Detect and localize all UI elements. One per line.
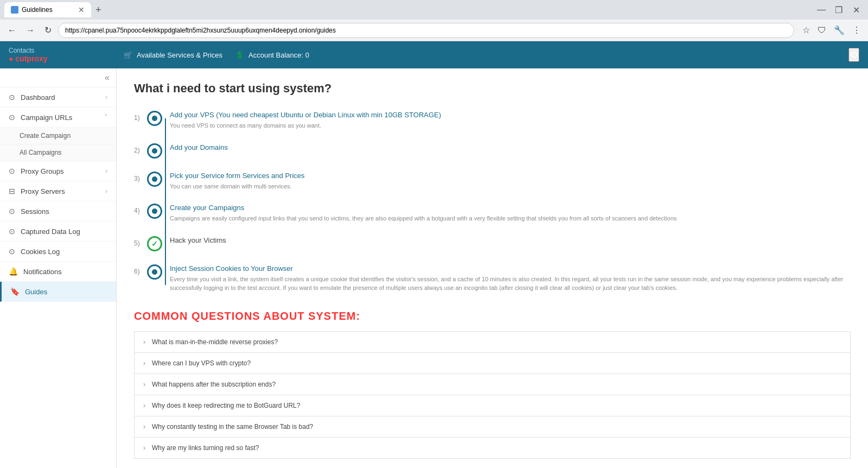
step-5-number: 5) <box>134 239 147 247</box>
faq-text-5: Why are my links turning red so fast? <box>152 444 259 452</box>
faq-list: › What is man-in-the-middle reverse prox… <box>134 331 851 459</box>
bookmark-button[interactable]: ☆ <box>800 23 813 37</box>
step-4-number: 4) <box>134 207 147 214</box>
sidebar: « ⊙ Dashboard › ⊙ Campaign URLs ˅ Create… <box>0 68 117 468</box>
main-area: « ⊙ Dashboard › ⊙ Campaign URLs ˅ Create… <box>0 68 868 468</box>
page-title: What i need to start using system? <box>134 81 851 96</box>
step-1-desc: You need VPS to connect as many domains … <box>170 121 851 130</box>
sessions-icon: ⊙ <box>9 207 15 216</box>
faq-chevron-4: › <box>143 423 145 431</box>
step-6: 6) Inject Session Cookies to Your Browse… <box>134 264 851 293</box>
step-3-link[interactable]: Pick your Service form Services and Pric… <box>170 172 305 180</box>
sidebar-item-guides-label: Guides <box>25 288 47 296</box>
step-4-icon <box>147 204 162 219</box>
step-2-icon <box>147 143 162 159</box>
toolbar-icons: ☆ 🛡 🔧 ⋮ <box>800 23 864 37</box>
step-1-number: 1) <box>134 114 147 122</box>
account-balance-link[interactable]: 💲 Account Balance: 0 <box>235 51 309 59</box>
app-header: Contacts ● cutproxy 🛒 Available Services… <box>0 41 868 68</box>
step-2-number: 2) <box>134 147 147 154</box>
address-bar[interactable] <box>58 23 794 38</box>
step-4: 4) Create your Campaigns Campaigns are e… <box>134 204 851 223</box>
faq-item-5[interactable]: › Why are my links turning red so fast? <box>134 437 851 459</box>
faq-item-0[interactable]: › What is man-in-the-middle reverse prox… <box>134 331 851 353</box>
step-1-icon <box>147 111 162 126</box>
sidebar-item-captured-data-log[interactable]: ⊙ Captured Data Log <box>0 222 116 242</box>
step-4-link[interactable]: Create your Campaigns <box>170 204 244 212</box>
faq-text-3: Why does it keep redirecting me to BotGu… <box>152 402 300 409</box>
browser-tab[interactable]: Guidelines ✕ <box>4 2 91 17</box>
sidebar-item-captured-data-log-label: Captured Data Log <box>21 227 80 236</box>
brand-name: ● cutproxy <box>9 54 106 63</box>
browser-toolbar: ← → ↻ ☆ 🛡 🔧 ⋮ <box>0 20 868 41</box>
faq-item-3[interactable]: › Why does it keep redirecting me to Bot… <box>134 395 851 416</box>
extensions-button[interactable]: 🔧 <box>831 23 847 37</box>
minimize-button[interactable]: — <box>814 2 829 17</box>
back-button[interactable]: ← <box>4 23 20 37</box>
close-button[interactable]: ✕ <box>848 2 864 17</box>
step-3-content: Pick your Service form Services and Pric… <box>170 172 851 191</box>
faq-item-4[interactable]: › Why constantly testing in the same Bro… <box>134 416 851 438</box>
sidebar-item-cookies-log[interactable]: ⊙ Cookies Log <box>0 242 116 262</box>
available-services-label: Available Services & Prices <box>137 51 222 59</box>
step-1-link[interactable]: Add your VPS (You need cheapest Ubuntu o… <box>170 111 441 119</box>
step-6-icon <box>147 264 162 280</box>
sidebar-item-campaign-urls-label: Campaign URLs <box>21 113 72 122</box>
step-6-content: Inject Session Cookies to Your Browser E… <box>170 264 851 293</box>
sidebar-item-proxy-servers-label: Proxy Servers <box>21 187 65 195</box>
step-5-link[interactable]: Hack your Victims <box>170 236 226 244</box>
menu-button[interactable]: ⋮ <box>850 23 864 37</box>
faq-text-0: What is man-in-the-middle reverse proxie… <box>152 338 278 346</box>
faq-item-1[interactable]: › Where can I buy VPS with crypto? <box>134 352 851 374</box>
step-3: 3) Pick your Service form Services and P… <box>134 172 851 191</box>
faq-text-1: Where can I buy VPS with crypto? <box>152 359 251 367</box>
faq-chevron-5: › <box>143 444 145 452</box>
step-5-icon <box>147 236 162 251</box>
sidebar-item-proxy-groups[interactable]: ⊙ Proxy Groups › <box>0 161 116 181</box>
tab-favicon <box>11 6 18 14</box>
sidebar-item-notifications[interactable]: 🔔 Notifications <box>0 262 116 282</box>
dollar-icon: 💲 <box>235 51 244 59</box>
sidebar-item-all-campaigns[interactable]: All Campaigns <box>0 144 116 161</box>
sidebar-item-sessions-label: Sessions <box>21 207 49 216</box>
faq-chevron-2: › <box>143 381 145 388</box>
notifications-icon: 🔔 <box>9 267 18 276</box>
maximize-button[interactable]: ❐ <box>831 2 846 17</box>
sidebar-item-campaign-urls[interactable]: ⊙ Campaign URLs ˅ <box>0 107 116 128</box>
cart-icon: 🛒 <box>124 51 132 59</box>
dashboard-icon: ⊙ <box>9 93 15 102</box>
faq-text-4: Why constantly testing in the same Brows… <box>152 423 313 431</box>
faq-chevron-0: › <box>143 338 145 346</box>
shield-icon[interactable]: 🛡 <box>815 23 829 37</box>
step-2-link[interactable]: Add your Domains <box>170 143 228 151</box>
step-6-number: 6) <box>134 268 147 275</box>
step-3-number: 3) <box>134 175 147 182</box>
account-balance-label: Account Balance: 0 <box>248 51 309 59</box>
step-2-content: Add your Domains <box>170 143 851 151</box>
sidebar-item-notifications-label: Notifications <box>23 268 62 276</box>
faq-item-2[interactable]: › What happens after the subscription en… <box>134 374 851 395</box>
forward-button[interactable]: → <box>23 23 38 37</box>
step-6-link[interactable]: Inject Session Cookies to Your Browser <box>170 264 293 273</box>
step-1: 1) Add your VPS (You need cheapest Ubunt… <box>134 111 851 130</box>
sidebar-item-sessions[interactable]: ⊙ Sessions <box>0 201 116 222</box>
step-6-desc: Every time you visit a link, the system … <box>170 275 851 293</box>
sidebar-item-dashboard[interactable]: ⊙ Dashboard › <box>0 87 116 107</box>
new-tab-button[interactable]: + <box>95 4 101 16</box>
proxy-groups-arrow: › <box>105 167 107 175</box>
sidebar-item-guides[interactable]: 🔖 Guides <box>0 282 116 302</box>
steps-wrapper: 1) Add your VPS (You need cheapest Ubunt… <box>134 111 851 293</box>
proxy-servers-arrow: › <box>105 187 107 195</box>
settings-button[interactable]: ⚙ <box>848 48 859 62</box>
all-campaigns-label: All Campaigns <box>20 149 61 156</box>
available-services-link[interactable]: 🛒 Available Services & Prices <box>124 51 222 59</box>
proxy-groups-icon: ⊙ <box>9 167 15 175</box>
sidebar-item-proxy-servers[interactable]: ⊟ Proxy Servers › <box>0 181 116 201</box>
faq-title: COMMON QUESTIONS ABOUT SYSTEM: <box>134 310 851 322</box>
refresh-button[interactable]: ↻ <box>41 23 55 37</box>
faq-text-2: What happens after the subscription ends… <box>152 381 276 388</box>
tab-close-button[interactable]: ✕ <box>78 5 85 14</box>
sidebar-item-cookies-log-label: Cookies Log <box>21 248 60 256</box>
sidebar-item-create-campaign[interactable]: Create Campaign <box>0 128 116 144</box>
sidebar-collapse-button[interactable]: « <box>105 73 110 83</box>
